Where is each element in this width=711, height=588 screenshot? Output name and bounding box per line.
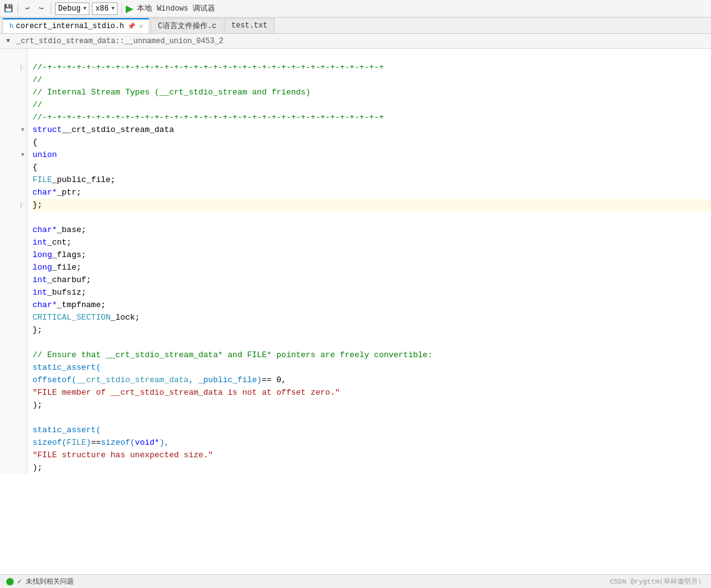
tab-test-label: test.txt bbox=[231, 21, 268, 30]
code-content[interactable]: //-+-+-+-+-+-+-+-+-+-+-+-+-+-+-+-+-+-+-+… bbox=[28, 49, 711, 474]
separator1 bbox=[18, 3, 18, 14]
line-number bbox=[0, 299, 19, 312]
line-number bbox=[0, 274, 19, 286]
save-icon[interactable]: 💾 bbox=[3, 3, 14, 14]
fold-indicator bbox=[19, 349, 27, 362]
line-number bbox=[0, 211, 19, 224]
fold-indicator bbox=[19, 424, 27, 437]
breadcrumb: _crt_stdio_stream_data::__unnamed_union_… bbox=[16, 37, 223, 46]
config-dropdown[interactable]: Debug ▼ bbox=[55, 3, 89, 15]
fold-indicator bbox=[19, 274, 27, 286]
fold-indicator bbox=[19, 249, 27, 261]
code-line: // Ensure that __crt_stdio_stream_data* … bbox=[33, 349, 711, 362]
tab-cfile[interactable]: C语言文件操作.c bbox=[151, 18, 223, 33]
line-number bbox=[0, 324, 19, 337]
tab-corecrt-close[interactable]: ✕ bbox=[139, 23, 143, 30]
fold-indicator bbox=[19, 136, 27, 149]
code-line: //-+-+-+-+-+-+-+-+-+-+-+-+-+-+-+-+-+-+-+… bbox=[33, 61, 711, 74]
line-number bbox=[0, 449, 19, 462]
code-line: int _charbuf; bbox=[33, 274, 711, 286]
fold-indicator: — bbox=[19, 61, 27, 74]
undo-icon[interactable]: ↩ bbox=[22, 3, 33, 14]
code-line bbox=[33, 49, 711, 61]
line-number bbox=[0, 399, 19, 412]
line-number bbox=[0, 312, 19, 324]
line-numbers bbox=[0, 49, 19, 474]
fold-indicator bbox=[19, 186, 27, 199]
line-number bbox=[0, 99, 19, 111]
code-line: // bbox=[33, 99, 711, 111]
line-number bbox=[0, 49, 19, 61]
fold-indicator bbox=[19, 362, 27, 374]
tab-corecrt[interactable]: h corecrt_internal_stdio.h 📌 ✕ bbox=[3, 18, 149, 33]
line-number bbox=[0, 111, 19, 124]
code-line bbox=[33, 337, 711, 349]
tab-cfile-label: C语言文件操作.c bbox=[158, 21, 216, 31]
line-number bbox=[0, 136, 19, 149]
status-bar: ✓ 未找到相关问题 CSDN @rygttm(举杯邀明月） bbox=[0, 574, 711, 588]
code-line: // Internal Stream Types (__crt_stdio_st… bbox=[33, 86, 711, 99]
line-number bbox=[0, 199, 19, 211]
redo-icon[interactable]: ↪ bbox=[36, 3, 47, 14]
fold-indicator[interactable]: ▼ bbox=[19, 124, 27, 136]
status-watermark: CSDN @rygttm(举杯邀明月） bbox=[610, 577, 705, 586]
platform-dropdown[interactable]: x86 ▼ bbox=[92, 3, 118, 15]
editor-area: —▼▼— //-+-+-+-+-+-+-+-+-+-+-+-+-+-+-+-+-… bbox=[0, 49, 711, 474]
code-line: char* _ptr; bbox=[33, 186, 711, 199]
line-number bbox=[0, 412, 19, 424]
fold-indicator bbox=[19, 374, 27, 387]
line-number bbox=[0, 349, 19, 362]
line-number bbox=[0, 161, 19, 174]
code-line: }; bbox=[33, 199, 711, 211]
fold-indicator bbox=[19, 236, 27, 249]
line-number bbox=[0, 224, 19, 236]
separator2 bbox=[51, 3, 51, 14]
line-number bbox=[0, 86, 19, 99]
fold-indicator bbox=[19, 224, 27, 236]
fold-indicator bbox=[19, 437, 27, 449]
line-number bbox=[0, 186, 19, 199]
code-line: union bbox=[33, 149, 711, 161]
code-line: "FILE member of __crt_stdio_stream_data … bbox=[33, 387, 711, 399]
fold-indicator bbox=[19, 462, 27, 474]
fold-indicator bbox=[19, 49, 27, 61]
fold-indicator bbox=[19, 299, 27, 312]
fold-indicator[interactable]: ▼ bbox=[19, 149, 27, 161]
code-line: ); bbox=[33, 462, 711, 474]
code-line: struct __crt_stdio_stream_data bbox=[33, 124, 711, 136]
line-number bbox=[0, 374, 19, 387]
line-number bbox=[0, 61, 19, 74]
line-number bbox=[0, 437, 19, 449]
fold-indicator bbox=[19, 337, 27, 349]
line-number bbox=[0, 261, 19, 274]
code-line: ); bbox=[33, 399, 711, 412]
line-number bbox=[0, 337, 19, 349]
fold-indicator bbox=[19, 161, 27, 174]
tab-test[interactable]: test.txt bbox=[224, 18, 275, 33]
code-line: // bbox=[33, 74, 711, 86]
line-number bbox=[0, 124, 19, 136]
fold-gutter: —▼▼— bbox=[19, 49, 28, 474]
fold-indicator bbox=[19, 286, 27, 299]
run-button[interactable]: ▶ bbox=[126, 3, 133, 14]
separator3 bbox=[121, 3, 122, 14]
code-line: long _flags; bbox=[33, 249, 711, 261]
fold-indicator bbox=[19, 261, 27, 274]
line-number bbox=[0, 236, 19, 249]
fold-indicator bbox=[19, 111, 27, 124]
line-number bbox=[0, 74, 19, 86]
code-line: static_assert( bbox=[33, 362, 711, 374]
code-line: int _cnt; bbox=[33, 236, 711, 249]
config-arrow-icon: ▼ bbox=[83, 6, 86, 12]
breadcrumb-bar: ▼ _crt_stdio_stream_data::__unnamed_unio… bbox=[0, 34, 711, 49]
line-number bbox=[0, 249, 19, 261]
fold-indicator bbox=[19, 412, 27, 424]
code-line: offsetof(__crt_stdio_stream_data, _publi… bbox=[33, 374, 711, 387]
fold-indicator bbox=[19, 211, 27, 224]
code-line bbox=[33, 211, 711, 224]
code-line: char* _tmpfname; bbox=[33, 299, 711, 312]
line-number bbox=[0, 286, 19, 299]
fold-indicator: — bbox=[19, 199, 27, 211]
code-line: CRITICAL_SECTION _lock; bbox=[33, 312, 711, 324]
fold-indicator bbox=[19, 74, 27, 86]
